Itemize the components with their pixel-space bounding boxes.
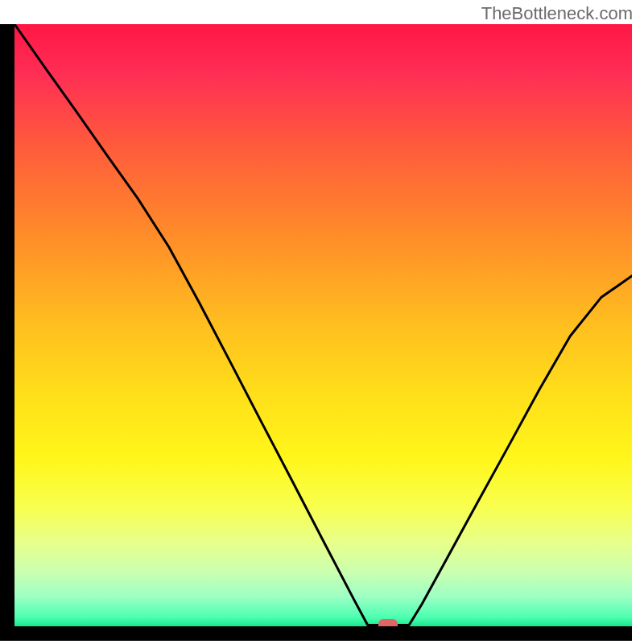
bottleneck-chart: TheBottleneck.com (0, 0, 644, 644)
chart-background-gradient (14, 24, 632, 626)
watermark-text: TheBottleneck.com (481, 3, 633, 24)
chart-svg (0, 0, 644, 644)
